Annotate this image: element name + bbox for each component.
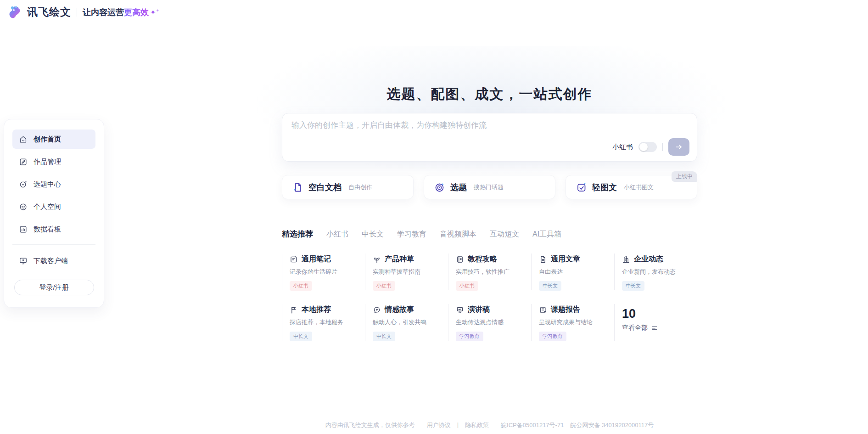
template-title: 通用笔记 [302, 254, 331, 264]
terms-link[interactable]: 用户协议 [427, 421, 451, 429]
home-icon [19, 135, 28, 144]
template-desc: 实测种草拔草指南 [373, 268, 443, 276]
template-card-general-article[interactable]: 通用文章 自由表达 中长文 [531, 252, 614, 302]
template-desc: 触动人心，引发共鸣 [373, 318, 443, 327]
tab-av-script[interactable]: 音视频脚本 [440, 230, 476, 239]
page-title: 选题、配图、成文，一站式创作 [282, 85, 697, 104]
template-desc: 探店推荐，本地服务 [290, 318, 360, 327]
privacy-link[interactable]: 隐私政策 [465, 421, 489, 429]
template-tag: 中长文 [290, 332, 312, 341]
sparkle-icon: ✦✦ [150, 8, 159, 17]
sidebar-item-label: 创作首页 [34, 135, 61, 144]
template-desc: 实用技巧，软性推广 [456, 268, 526, 276]
quick-card-subtitle: 小红书图文 [624, 183, 654, 192]
template-desc: 记录你的生活碎片 [290, 268, 360, 276]
view-all-link[interactable]: 查看全部 [622, 324, 693, 332]
online-badge: 上线中 [672, 171, 697, 182]
template-tag: 中长文 [539, 281, 561, 291]
quick-card-subtitle: 搜热门话题 [474, 183, 504, 192]
sidebar-item-personal-space[interactable]: 个人空间 [12, 197, 95, 216]
view-all-label: 查看全部 [622, 324, 648, 332]
template-desc: 呈现研究成果与结论 [539, 318, 610, 327]
xiaohongshu-toggle[interactable] [638, 142, 657, 152]
sidebar-item-label: 选题中心 [34, 180, 61, 189]
template-title: 本地推荐 [302, 305, 331, 315]
dashboard-icon [19, 225, 28, 234]
tab-xiaohongshu[interactable]: 小红书 [326, 230, 348, 239]
toggle-knob [639, 143, 648, 151]
controls-divider [662, 143, 663, 151]
prompt-card: 小红书 [282, 113, 697, 162]
template-desc: 企业新闻，发布动态 [622, 268, 693, 276]
xiaohongshu-toggle-label: 小红书 [612, 143, 633, 152]
category-tabs: 精选推荐 小红书 中长文 学习教育 音视频脚本 互动短文 AI工具箱 [282, 229, 561, 239]
template-card-emotional-story[interactable]: 情感故事 触动人心，引发共鸣 中长文 [365, 302, 448, 353]
sidebar-item-topic-center[interactable]: 选题中心 [12, 175, 95, 194]
tab-longform[interactable]: 中长文 [362, 230, 384, 239]
tab-education[interactable]: 学习教育 [397, 230, 426, 239]
plant-icon [373, 255, 381, 264]
brand-separator [77, 8, 77, 17]
sidebar-item-label: 下载客户端 [34, 257, 68, 265]
download-icon [19, 257, 28, 265]
tagline-prefix: 让内容运营 [83, 7, 124, 18]
template-title: 情感故事 [385, 305, 414, 315]
tab-featured[interactable]: 精选推荐 [282, 229, 313, 239]
sidebar-divider [12, 244, 95, 245]
login-register-button[interactable]: 登录/注册 [14, 280, 94, 295]
quick-card-title: 选题 [450, 182, 467, 193]
template-card-speech[interactable]: 演讲稿 生动传达观点情感 学习教育 [448, 302, 531, 353]
brand-logo-icon [8, 5, 22, 20]
template-tag: 学习教育 [456, 332, 483, 341]
story-icon [373, 306, 381, 314]
tab-ai-toolbox[interactable]: AI工具箱 [532, 230, 561, 239]
app-header: 讯飞绘文 让内容运营 更高效 ✦✦ [8, 5, 159, 20]
sidebar: 创作首页 作品管理 选题中心 个人空间 数据看板 下载客户端 登录/注册 [4, 119, 104, 308]
works-icon [19, 158, 28, 166]
template-tag: 中长文 [373, 332, 395, 341]
report-icon [539, 306, 547, 314]
footer-disclaimer: 内容由讯飞绘文生成，仅供你参考 [325, 421, 415, 429]
template-title: 课题报告 [551, 305, 580, 315]
personal-space-icon [19, 203, 28, 211]
brand-tagline: 让内容运营 更高效 ✦✦ [83, 7, 159, 18]
template-card-tutorial[interactable]: 教程攻略 实用技巧，软性推广 小红书 [448, 252, 531, 302]
topic-icon [434, 182, 445, 193]
note-icon [290, 255, 298, 264]
page-footer: 内容由讯飞绘文生成，仅供你参考 用户协议 | 隐私政策 皖ICP备0500121… [282, 421, 697, 429]
sidebar-item-download-client[interactable]: 下载客户端 [12, 251, 95, 271]
template-card-corporate-news[interactable]: 企业动态 企业新闻，发布动态 中长文 [614, 252, 697, 302]
sidebar-item-dashboard[interactable]: 数据看板 [12, 220, 95, 239]
sidebar-item-home[interactable]: 创作首页 [12, 130, 95, 149]
brand-name: 讯飞绘文 [27, 5, 71, 19]
tab-interactive[interactable]: 互动短文 [490, 230, 519, 239]
quick-card-title: 轻图文 [592, 182, 617, 193]
quick-card-blank-doc[interactable]: 空白文档 自由创作 [282, 175, 414, 199]
template-tag: 小红书 [290, 281, 312, 291]
quick-card-subtitle: 自由创作 [348, 183, 372, 192]
main-content: 选题、配图、成文，一站式创作 小红书 空白文档 自由创作 [282, 0, 697, 434]
footer-icp: 皖ICP备05001217号-71 [501, 421, 564, 429]
quick-card-topic[interactable]: 选题 搜热门话题 [424, 175, 555, 199]
quick-card-title: 空白文档 [308, 182, 342, 193]
template-card-research-report[interactable]: 课题报告 呈现研究成果与结论 学习教育 [531, 302, 614, 353]
sidebar-item-label: 作品管理 [34, 158, 61, 166]
sidebar-item-works[interactable]: 作品管理 [12, 152, 95, 171]
blank-doc-icon [292, 182, 303, 193]
template-card-local-recommend[interactable]: 本地推荐 探店推荐，本地服务 中长文 [282, 302, 365, 353]
quick-card-light-post[interactable]: 上线中 轻图文 小红书图文 [566, 175, 697, 199]
template-title: 通用文章 [551, 254, 580, 264]
view-all-cell[interactable]: 10 查看全部 [614, 302, 697, 353]
topic-center-icon [19, 180, 28, 189]
template-card-product-seeding[interactable]: 产品种草 实测种草拔草指南 小红书 [365, 252, 448, 302]
template-title: 产品种草 [385, 254, 414, 264]
arrow-right-icon [675, 143, 683, 151]
quick-actions: 空白文档 自由创作 选题 搜热门话题 上线中 轻图文 小红书图文 [282, 175, 697, 199]
building-icon [622, 255, 630, 264]
light-post-icon [576, 182, 587, 193]
submit-button[interactable] [668, 138, 689, 156]
template-card-general-note[interactable]: 通用笔记 记录你的生活碎片 小红书 [282, 252, 365, 302]
template-tag: 小红书 [373, 281, 395, 291]
list-icon [651, 325, 658, 332]
speech-icon [456, 306, 464, 314]
